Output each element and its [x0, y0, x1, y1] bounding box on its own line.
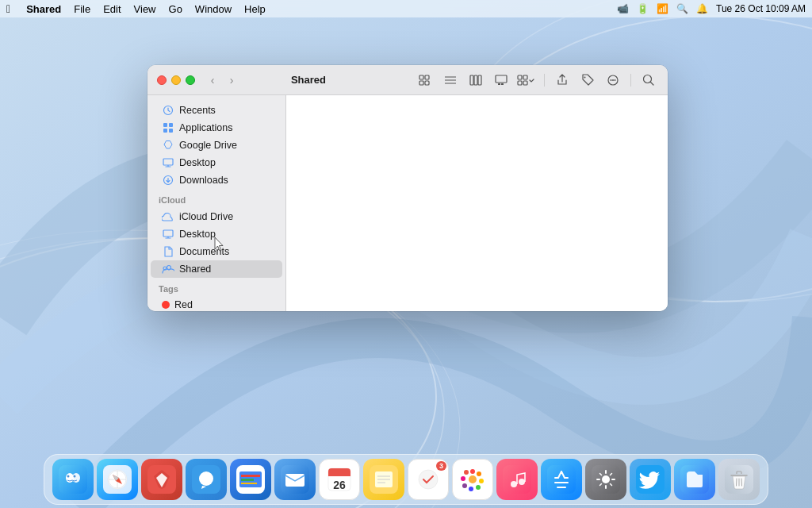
- sidebar-item-recents[interactable]: Recents: [151, 102, 282, 119]
- sidebar-item-desktop[interactable]: Desktop: [151, 154, 282, 171]
- svg-line-96: [737, 479, 737, 486]
- dock-item-safari[interactable]: [97, 459, 138, 500]
- svg-rect-18: [501, 83, 504, 85]
- dock-item-sysprefs[interactable]: [585, 459, 626, 500]
- menu-window[interactable]: Window: [195, 3, 232, 15]
- menu-help[interactable]: Help: [244, 3, 266, 15]
- svg-point-79: [477, 471, 481, 476]
- svg-text:26: 26: [333, 479, 346, 491]
- dock-item-gsuite[interactable]: [230, 459, 271, 500]
- more-button[interactable]: [603, 71, 622, 90]
- sidebar-item-tag-red[interactable]: Red: [151, 297, 282, 311]
- dock-item-files[interactable]: [674, 459, 715, 500]
- search-button[interactable]: [639, 71, 658, 90]
- svg-point-25: [611, 79, 612, 81]
- dock-item-appstore[interactable]: [541, 459, 582, 500]
- menubar-notification-icon[interactable]: 🔔: [696, 3, 708, 14]
- svg-point-81: [476, 485, 481, 490]
- svg-point-88: [519, 479, 525, 485]
- dock-item-notes[interactable]: [363, 459, 404, 500]
- svg-rect-32: [169, 123, 173, 127]
- menu-edit[interactable]: Edit: [103, 3, 121, 15]
- desktop-icon: [162, 156, 174, 169]
- google-drive-label: Google Drive: [179, 140, 237, 151]
- sidebar-item-documents[interactable]: Documents: [151, 243, 282, 260]
- svg-rect-8: [419, 81, 423, 85]
- applications-label: Applications: [179, 122, 232, 133]
- view-columns-button[interactable]: [466, 71, 485, 90]
- icloud-drive-label: iCloud Drive: [179, 211, 233, 222]
- svg-point-77: [469, 475, 477, 483]
- dock-item-signal[interactable]: [186, 459, 227, 500]
- svg-rect-61: [241, 483, 257, 484]
- dock-item-twitter[interactable]: [630, 459, 671, 500]
- svg-rect-9: [425, 81, 429, 85]
- menubar:  Shared File Edit View Go Window Help 📹…: [0, 0, 812, 17]
- red-tag-dot: [162, 301, 170, 309]
- dock: 26 3: [44, 454, 768, 505]
- downloads-icon: [162, 174, 174, 187]
- svg-rect-15: [478, 75, 481, 85]
- close-button[interactable]: [157, 75, 167, 85]
- menubar-battery-icon: 🔋: [637, 3, 649, 14]
- dock-item-calendar[interactable]: 26: [319, 459, 360, 500]
- svg-point-80: [479, 479, 484, 483]
- maximize-button[interactable]: [186, 75, 195, 85]
- svg-rect-16: [496, 75, 507, 83]
- svg-rect-7: [425, 75, 429, 79]
- dock-item-music[interactable]: [496, 459, 538, 500]
- svg-rect-67: [328, 473, 350, 476]
- downloads-label: Downloads: [179, 175, 228, 186]
- documents-label: Documents: [179, 246, 229, 257]
- dock-item-finder[interactable]: [52, 459, 94, 500]
- sidebar: Recents Applications: [147, 95, 286, 311]
- svg-rect-22: [523, 81, 527, 85]
- menu-view[interactable]: View: [134, 3, 156, 15]
- svg-point-48: [74, 475, 76, 478]
- sidebar-item-applications[interactable]: Applications: [151, 119, 282, 137]
- icloud-desktop-icon: [162, 228, 174, 241]
- svg-rect-19: [518, 75, 522, 79]
- icloud-section-label: iCloud: [147, 189, 285, 208]
- sidebar-item-icloud-desktop[interactable]: Desktop: [151, 225, 282, 243]
- toolbar-right: [416, 71, 658, 90]
- svg-point-85: [464, 470, 469, 475]
- svg-point-23: [584, 76, 586, 78]
- dock-item-trash[interactable]: [718, 459, 760, 500]
- dock-item-vivaldi[interactable]: [141, 459, 182, 500]
- view-group-button[interactable]: [517, 71, 536, 90]
- sidebar-item-shared[interactable]: Shared: [151, 260, 282, 278]
- red-tag-label: Red: [174, 299, 193, 310]
- sidebar-item-downloads[interactable]: Downloads: [151, 171, 282, 189]
- svg-rect-39: [163, 230, 173, 237]
- menubar-left:  Shared File Edit View Go Window Help: [6, 2, 266, 15]
- dock-item-photos[interactable]: [452, 459, 493, 500]
- svg-line-98: [741, 479, 742, 486]
- sidebar-item-google-drive[interactable]: Google Drive: [151, 137, 282, 154]
- menubar-datetime: Tue 26 Oct 10:09 AM: [716, 3, 806, 14]
- svg-point-27: [615, 79, 616, 81]
- menubar-search-icon[interactable]: 🔍: [676, 3, 688, 14]
- view-grid-button[interactable]: [416, 71, 435, 90]
- svg-point-75: [419, 470, 438, 489]
- recents-label: Recents: [179, 105, 216, 116]
- view-gallery-button[interactable]: [492, 71, 511, 90]
- svg-rect-13: [470, 75, 473, 85]
- desktop-label: Desktop: [179, 157, 216, 168]
- tag-button[interactable]: [578, 71, 597, 90]
- minimize-button[interactable]: [171, 75, 181, 85]
- svg-point-26: [612, 79, 614, 81]
- sidebar-item-icloud-drive[interactable]: iCloud Drive: [151, 208, 282, 225]
- dock-item-mail[interactable]: [274, 459, 316, 500]
- svg-point-87: [511, 481, 517, 487]
- dock-item-reminders[interactable]: 3: [408, 459, 449, 500]
- apple-menu[interactable]: : [6, 2, 10, 15]
- menu-file[interactable]: File: [74, 3, 90, 15]
- share-button[interactable]: [553, 71, 572, 90]
- shared-icon: [162, 263, 174, 275]
- menu-go[interactable]: Go: [169, 3, 182, 15]
- view-list-button[interactable]: [441, 71, 460, 90]
- svg-point-47: [67, 475, 70, 478]
- documents-icon: [162, 245, 174, 258]
- svg-rect-34: [169, 129, 173, 133]
